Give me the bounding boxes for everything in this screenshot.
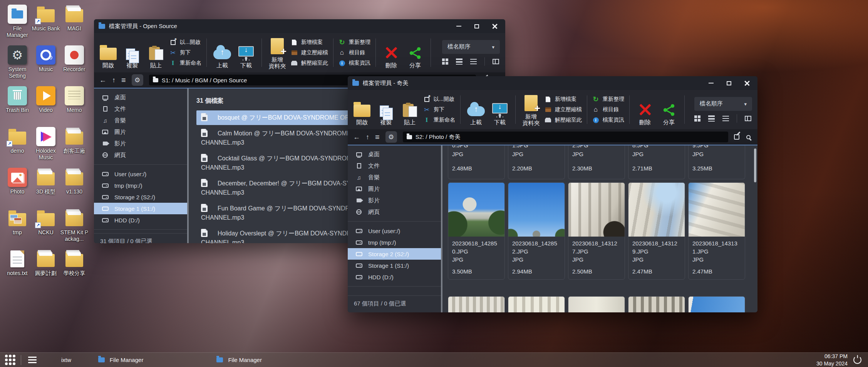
cut-button[interactable]: 剪下 — [169, 49, 201, 57]
sidebar-drive-storage2[interactable]: Storage 2 (S2:/) — [348, 248, 442, 260]
photo-card-partial[interactable] — [628, 296, 685, 312]
desktop-icon-magi[interactable]: MAGI — [60, 5, 89, 45]
taskbar-clock[interactable]: 06:37 PM 30 May 2024 — [816, 353, 848, 367]
maximize-button[interactable] — [474, 24, 479, 28]
desktop-icon-stem-kit[interactable]: STEM Kit P ackag... — [60, 209, 89, 249]
extract-here-button[interactable]: 解壓縮至此 — [545, 116, 582, 124]
photo-card-partial[interactable] — [688, 296, 745, 312]
photo-card[interactable]: 20230618_14313 1.JPG JPG 2.47MB — [688, 182, 745, 280]
desktop-icon-recorder[interactable]: Recorder — [60, 45, 89, 86]
search-icon[interactable] — [746, 135, 751, 139]
taskbar-task-file-manager-2[interactable]: File Manager — [213, 353, 266, 367]
titlebar[interactable]: 檔案管理員 - Open Source — [94, 19, 505, 33]
photo-card-partial[interactable] — [568, 296, 625, 312]
back-button[interactable] — [353, 133, 360, 140]
rename-button[interactable]: 重新命名 — [423, 116, 455, 124]
photo-card-partial[interactable]: 2.JPG JPG 2.30MB — [568, 145, 625, 179]
sidebar-item-videos[interactable]: 影片 — [94, 138, 189, 149]
sidebar-item-music[interactable]: 音樂 — [348, 172, 442, 183]
desktop-icon-maker-factory[interactable]: 創客工廠 — [60, 127, 89, 168]
refresh-button[interactable]: 重新整理 — [592, 95, 624, 103]
open-with-button[interactable]: 以...開啟 — [423, 95, 455, 103]
power-icon[interactable] — [853, 356, 861, 364]
sidebar-drive-hdd[interactable]: HDD (D:/) — [348, 271, 442, 283]
photo-card[interactable]: 20230618_14285 2.JPG JPG 2.94MB — [508, 182, 565, 280]
photo-card-partial[interactable] — [508, 296, 565, 312]
desktop-icon-music-bank[interactable]: Music Bank — [32, 5, 60, 45]
sidebar-item-pictures[interactable]: 圖片 — [94, 126, 189, 138]
view-list-icon[interactable] — [708, 115, 715, 122]
view-columns-icon[interactable] — [745, 116, 751, 121]
app-grid-icon[interactable] — [5, 355, 15, 365]
file-info-button[interactable]: 檔案資訊 — [592, 116, 624, 124]
sidebar-drive-storage1[interactable]: Storage 1 (S1:/) — [348, 260, 442, 271]
edit-path-icon[interactable] — [734, 134, 739, 140]
refresh-button[interactable]: 重新整理 — [338, 38, 370, 46]
sidebar-drive-tmp[interactable]: tmp (tmp:/) — [348, 237, 442, 248]
desktop-icon-photo[interactable]: Photo — [3, 168, 32, 209]
photo-card-partial[interactable]: 8.JPG JPG 2.71MB — [628, 145, 685, 179]
paste-button[interactable]: 貼上 — [146, 36, 166, 69]
settings-gear-button[interactable] — [132, 74, 143, 86]
new-folder-button[interactable]: 新增資料夾 — [267, 36, 288, 69]
titlebar[interactable]: 檔案管理員 - 奇美 — [348, 76, 757, 90]
sort-dropdown[interactable]: 檔名順序 — [442, 40, 500, 54]
desktop-icon-holodex-music[interactable]: Holodex Music — [32, 127, 60, 168]
sidebar-item-desktop[interactable]: 桌面 — [348, 148, 442, 160]
sidebar-item-videos[interactable]: 影片 — [348, 195, 442, 206]
photo-card[interactable]: 20230618_14285 0.JPG JPG 3.50MB — [448, 182, 505, 280]
taskbar-task-file-manager-1[interactable]: File Manager — [94, 353, 147, 367]
desktop-icon-file-manager[interactable]: File Manager — [3, 5, 32, 45]
minimize-button[interactable] — [456, 26, 461, 27]
minimize-button[interactable] — [709, 83, 714, 83]
maximize-button[interactable] — [727, 81, 731, 85]
open-with-button[interactable]: 以...開啟 — [169, 38, 201, 46]
sidebar-item-documents[interactable]: 文件 — [348, 160, 442, 172]
sort-dropdown[interactable]: 檔名順序 — [694, 97, 752, 111]
user-menu-label[interactable]: ixtw — [61, 357, 71, 363]
hamburger-menu-icon[interactable] — [28, 357, 37, 363]
open-button[interactable]: 開啟 — [352, 93, 372, 126]
new-file-button[interactable]: 新增檔案 — [545, 95, 582, 103]
share-button[interactable]: 分享 — [405, 36, 426, 69]
sidebar-item-web[interactable]: 網頁 — [348, 206, 442, 218]
sidebar-drive-tmp[interactable]: tmp (tmp:/) — [94, 180, 189, 191]
sidebar-drive-storage2[interactable]: Storage 2 (S2:/) — [94, 191, 189, 203]
close-button[interactable] — [492, 23, 498, 29]
desktop-icon-system-setting[interactable]: System Setting — [3, 45, 32, 86]
new-file-button[interactable]: 新增檔案 — [291, 38, 328, 46]
delete-button[interactable]: 刪除 — [635, 93, 655, 126]
view-detail-icon[interactable] — [722, 116, 729, 121]
sidebar-item-desktop[interactable]: 桌面 — [94, 92, 189, 103]
rename-button[interactable]: 重新命名 — [169, 59, 201, 67]
desktop-icon-demo[interactable]: demo — [3, 127, 32, 168]
share-button[interactable]: 分享 — [659, 93, 679, 126]
desktop-icon-trash-bin[interactable]: Trash Bin — [3, 86, 32, 127]
cut-button[interactable]: 剪下 — [423, 106, 455, 113]
desktop-icon-video[interactable]: Video — [32, 86, 60, 127]
desktop-icon-music[interactable]: Music — [32, 45, 60, 86]
sidebar-item-pictures[interactable]: 圖片 — [348, 183, 442, 195]
desktop-icon-memo[interactable]: Memo — [60, 86, 89, 127]
back-button[interactable] — [99, 77, 106, 83]
create-archive-button[interactable]: 建立壓縮檔 — [545, 106, 582, 113]
sidebar-drive-hdd[interactable]: HDD (D:/) — [94, 214, 189, 226]
view-detail-icon[interactable] — [470, 59, 477, 64]
menu-button[interactable] — [121, 76, 126, 84]
menu-button[interactable] — [375, 133, 380, 141]
content-scrollbar[interactable] — [754, 148, 756, 182]
photo-card-partial[interactable] — [448, 296, 505, 312]
path-field[interactable]: S2: / Photo / 奇美 — [403, 132, 728, 142]
desktop-icon-ncku[interactable]: NCKU — [32, 209, 60, 249]
copy-button[interactable]: 複製 — [122, 36, 142, 69]
upload-button[interactable]: 上載 — [212, 36, 233, 69]
open-button[interactable]: 開啟 — [98, 36, 119, 69]
create-archive-button[interactable]: 建立壓縮檔 — [291, 49, 328, 57]
desktop-icon-3d-models[interactable]: 3D 模型 — [32, 168, 60, 209]
sidebar-item-documents[interactable]: 文件 — [94, 103, 189, 115]
upload-button[interactable]: 上載 — [466, 93, 486, 126]
view-columns-icon[interactable] — [493, 59, 499, 64]
sidebar-drive-storage1[interactable]: Storage 1 (S1:/) — [94, 203, 189, 214]
desktop-icon-dream-plan[interactable]: 圓夢計劃 — [32, 249, 60, 290]
root-button[interactable]: 根目錄 — [338, 49, 370, 57]
